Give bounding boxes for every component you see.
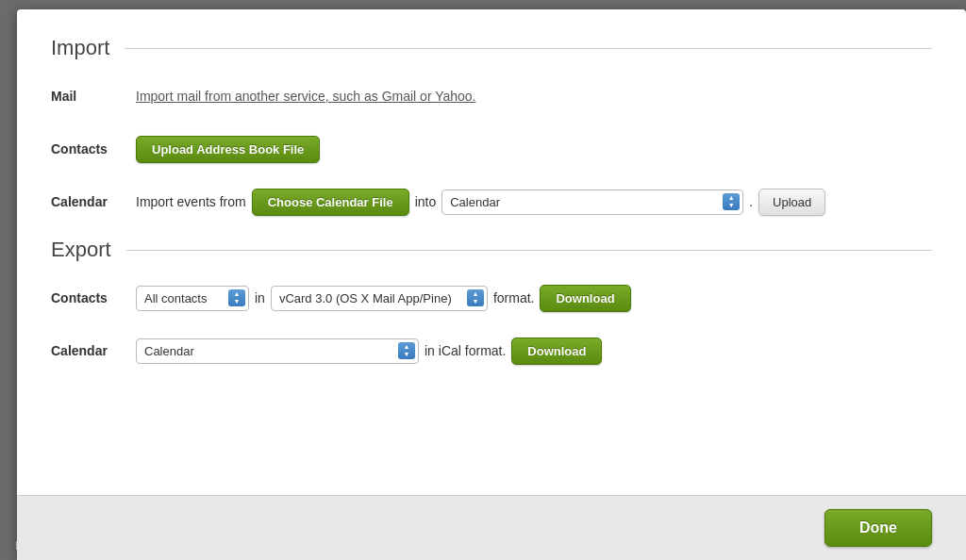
- choose-calendar-file-button[interactable]: Choose Calendar File: [252, 189, 409, 216]
- done-button[interactable]: Done: [824, 509, 932, 547]
- mail-import-link[interactable]: Import mail from another service, such a…: [136, 89, 476, 104]
- upload-address-book-button[interactable]: Upload Address Book File: [136, 136, 320, 163]
- contacts-export-label: Contacts: [51, 290, 136, 305]
- import-title: Import: [51, 36, 109, 60]
- export-section-header: Export: [51, 238, 932, 262]
- in-text: in: [255, 290, 265, 305]
- calendar-export-label: Calendar: [51, 343, 136, 358]
- calendar-export-select-wrapper: Calendar All Calendars: [136, 338, 419, 364]
- download-calendar-button[interactable]: Download: [511, 338, 602, 365]
- import-section-header: Import: [51, 36, 932, 60]
- ical-text: in iCal format.: [425, 343, 506, 358]
- dialog-overlay: he package you and Stella chose. I will …: [0, 0, 966, 560]
- calendar-import-row: Calendar Import events from Choose Calen…: [51, 185, 932, 219]
- into-text: into: [415, 194, 437, 209]
- mail-label: Mail: [51, 89, 136, 104]
- contacts-import-row: Contacts Upload Address Book File: [51, 132, 932, 166]
- import-divider: [125, 48, 932, 49]
- contacts-import-content: Upload Address Book File: [136, 136, 320, 163]
- import-events-text: Import events from: [136, 194, 246, 209]
- calendar-export-row: Calendar Calendar All Calendars in iCal …: [51, 334, 932, 368]
- download-contacts-button[interactable]: Download: [540, 285, 630, 312]
- calendar-dropdown[interactable]: Calendar Work Personal: [441, 189, 743, 215]
- contacts-import-label: Contacts: [51, 141, 136, 156]
- mail-row-content: Import mail from another service, such a…: [136, 89, 476, 104]
- contacts-export-row: Contacts All contacts Selected contacts …: [51, 281, 932, 315]
- contacts-type-select-wrapper: All contacts Selected contacts: [136, 286, 249, 311]
- calendar-import-content: Import events from Choose Calendar File …: [136, 189, 825, 216]
- format-select-wrapper: vCard 3.0 (OS X Mail App/Pine) vCard 2.1…: [271, 286, 488, 311]
- calendar-period: .: [749, 194, 753, 209]
- mail-row: Mail Import mail from another service, s…: [51, 79, 932, 113]
- export-divider: [126, 250, 932, 251]
- calendar-export-content: Calendar All Calendars in iCal format. D…: [136, 338, 602, 365]
- calendar-select-wrapper: Calendar Work Personal: [441, 189, 743, 215]
- contacts-export-content: All contacts Selected contacts in vCard …: [136, 285, 631, 312]
- contacts-type-dropdown[interactable]: All contacts Selected contacts: [136, 286, 249, 311]
- upload-calendar-button[interactable]: Upload: [758, 189, 825, 216]
- calendar-import-label: Calendar: [51, 194, 136, 209]
- format-text: format.: [493, 290, 535, 305]
- export-title: Export: [51, 238, 111, 262]
- format-dropdown[interactable]: vCard 3.0 (OS X Mail App/Pine) vCard 2.1…: [271, 286, 488, 311]
- dialog-body: Import Mail Import mail from another ser…: [17, 9, 966, 495]
- calendar-export-dropdown[interactable]: Calendar All Calendars: [136, 338, 419, 364]
- import-export-dialog: Import Mail Import mail from another ser…: [17, 9, 966, 560]
- dialog-footer: Done: [17, 495, 966, 560]
